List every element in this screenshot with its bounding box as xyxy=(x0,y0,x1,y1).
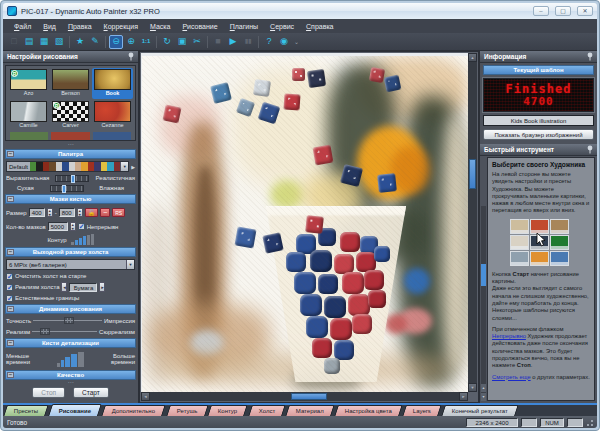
output-size-dropdown[interactable]: 6 MPix (веб галерея) ▼ xyxy=(6,259,135,270)
horizontal-scroll-thumb[interactable] xyxy=(291,393,327,400)
scroll-up-icon[interactable]: ▲ xyxy=(481,384,486,392)
web-icon[interactable]: ◉ xyxy=(277,35,291,49)
rotate-icon[interactable]: ↻ xyxy=(160,35,174,49)
export-image-icon[interactable]: ▧ xyxy=(52,35,66,49)
tab-layers[interactable]: Layers xyxy=(402,405,442,416)
pin-icon[interactable] xyxy=(587,145,593,154)
collapse-icon[interactable]: − xyxy=(7,151,14,157)
collapse-icon[interactable]: − xyxy=(7,306,14,312)
see-more-link[interactable]: Смотреть еще xyxy=(492,374,531,380)
stop-button[interactable]: Стоп xyxy=(32,387,65,398)
palette-dropdown[interactable]: Default ▼ xyxy=(6,161,129,172)
preset-azo[interactable]: R Azo xyxy=(8,68,49,99)
menu-plugins[interactable]: Плагины xyxy=(225,22,263,31)
panel-scroll-thumb[interactable] xyxy=(481,264,486,286)
size-min-input[interactable]: 400 xyxy=(29,208,45,217)
collapse-icon[interactable]: − xyxy=(7,196,14,202)
tab-final-result[interactable]: Конечный результат xyxy=(441,405,519,416)
scroll-right-icon[interactable]: ► xyxy=(459,392,468,401)
collapse-icon[interactable]: − xyxy=(7,340,14,346)
mini-thumbnail[interactable] xyxy=(510,219,529,234)
tab-presets[interactable]: Пресеты xyxy=(3,405,49,416)
vertical-scrollbar[interactable]: ▲ ▼ xyxy=(468,53,477,392)
zoom-in-icon[interactable]: ⊕ xyxy=(124,35,138,49)
new-file-icon[interactable]: □ xyxy=(7,35,21,49)
edit-brush-icon[interactable]: ✎ xyxy=(88,35,102,49)
menu-help[interactable]: Справка xyxy=(301,22,338,31)
chevron-down-icon[interactable]: ▼ xyxy=(120,162,128,171)
size-min-stepper[interactable]: ▲▼ xyxy=(47,208,53,217)
natural-borders-checkbox[interactable]: ✓ xyxy=(6,295,13,302)
preset-cezanne[interactable]: Cezanne xyxy=(92,100,133,131)
size-max-input[interactable]: 800 xyxy=(59,208,75,217)
scroll-down-icon[interactable]: ▼ xyxy=(481,393,486,401)
preset-book-selected[interactable]: Book xyxy=(92,68,133,99)
menu-painting[interactable]: Рисование xyxy=(177,22,222,31)
toolbar-overflow-icon[interactable]: ⌄ xyxy=(294,38,299,45)
stop-icon[interactable]: ■ xyxy=(211,35,225,49)
open-file-icon[interactable]: ▤ xyxy=(22,35,36,49)
collapse-icon[interactable]: − xyxy=(7,249,14,255)
zoom-out-icon[interactable]: ⊖ xyxy=(109,35,123,49)
tab-color-setup[interactable]: Настройка цвета xyxy=(334,405,402,416)
palette-expand-icon[interactable]: ▶ xyxy=(131,164,135,170)
stroke-count-stepper[interactable]: ▲▼ xyxy=(70,222,76,231)
wave-icon[interactable]: ~ xyxy=(100,208,110,217)
canvas-frame-icon[interactable]: ▣ xyxy=(175,35,189,49)
crop-icon[interactable]: ✂ xyxy=(190,35,204,49)
tab-contour[interactable]: Контур xyxy=(208,405,249,416)
continuous-checkbox[interactable]: ✓ xyxy=(78,223,85,230)
show-image-browser-button[interactable]: Показать браузер изображений xyxy=(483,129,594,140)
menu-service[interactable]: Сервис xyxy=(265,22,299,31)
preset-benson[interactable]: Benson xyxy=(50,68,91,99)
scroll-left-icon[interactable]: ◄ xyxy=(141,392,150,401)
tab-painting[interactable]: Рисование xyxy=(48,404,102,416)
resize-grip[interactable] xyxy=(586,419,593,426)
save-file-icon[interactable]: ▦ xyxy=(37,35,51,49)
close-button[interactable]: ✕ xyxy=(577,6,593,16)
play-icon[interactable]: ▶ xyxy=(226,35,240,49)
mini-thumbnail[interactable] xyxy=(530,219,549,234)
vertical-scroll-thumb[interactable] xyxy=(469,159,476,189)
scroll-down-icon[interactable]: ▼ xyxy=(468,383,477,392)
lock-icon[interactable]: 🔓 xyxy=(85,208,99,217)
mini-thumbnail[interactable] xyxy=(550,219,569,234)
menu-correction[interactable]: Коррекция xyxy=(99,22,143,31)
palette-section-header[interactable]: − Палитра xyxy=(5,149,136,159)
dry-wet-slider[interactable] xyxy=(50,185,84,192)
mini-thumbnail[interactable] xyxy=(550,235,569,250)
tab-material[interactable]: Материал xyxy=(285,405,334,416)
size-max-stepper[interactable]: ▲▼ xyxy=(77,208,83,217)
tab-canvas[interactable]: Холст xyxy=(248,405,286,416)
paper-type-value[interactable]: Бумага xyxy=(69,283,97,292)
mini-preset-grid[interactable] xyxy=(510,219,572,266)
detail-level-widget[interactable] xyxy=(57,352,84,367)
expressive-slider[interactable] xyxy=(55,175,89,182)
tab-retouch[interactable]: Ретушь xyxy=(166,405,208,416)
scroll-up-icon[interactable]: ▲ xyxy=(468,53,477,62)
mini-thumbnail[interactable] xyxy=(530,251,549,266)
canvas-realism-checkbox[interactable]: ✓ xyxy=(6,284,13,291)
preset-carver[interactable]: R Carver xyxy=(50,100,91,131)
start-button[interactable]: Старт xyxy=(73,387,109,398)
preset-camille[interactable]: Camille xyxy=(8,100,49,131)
pin-icon[interactable] xyxy=(587,52,593,61)
menu-view[interactable]: Вид xyxy=(38,22,61,31)
output-section-header[interactable]: − Выходной размер холста xyxy=(5,247,136,257)
menu-file[interactable]: Файл xyxy=(9,22,36,31)
detail-section-header[interactable]: − Кисти детализации xyxy=(5,338,136,348)
rs-button[interactable]: RS xyxy=(112,208,125,217)
panel-scrollbar[interactable]: ▲ ▼ xyxy=(481,206,486,401)
zoom-actual-icon[interactable]: 1:1 xyxy=(139,35,153,49)
favorites-icon[interactable]: ★ xyxy=(73,35,87,49)
chevron-down-icon[interactable]: ▼ xyxy=(126,260,134,269)
title-bar[interactable]: PIC-017 - Dynamic Auto Painter x32 PRO ‒… xyxy=(3,3,597,19)
minimize-button[interactable]: ‒ xyxy=(533,6,549,16)
realism-slider[interactable] xyxy=(32,328,97,335)
quality-section-header[interactable]: − Качество xyxy=(5,370,136,380)
strokes-section-header[interactable]: − Мазки кистью xyxy=(5,194,136,204)
mini-thumbnail[interactable] xyxy=(550,251,569,266)
mini-thumbnail[interactable] xyxy=(510,235,529,250)
tab-additional[interactable]: Дополнительно xyxy=(102,405,167,416)
menu-mask[interactable]: Маска xyxy=(145,22,175,31)
